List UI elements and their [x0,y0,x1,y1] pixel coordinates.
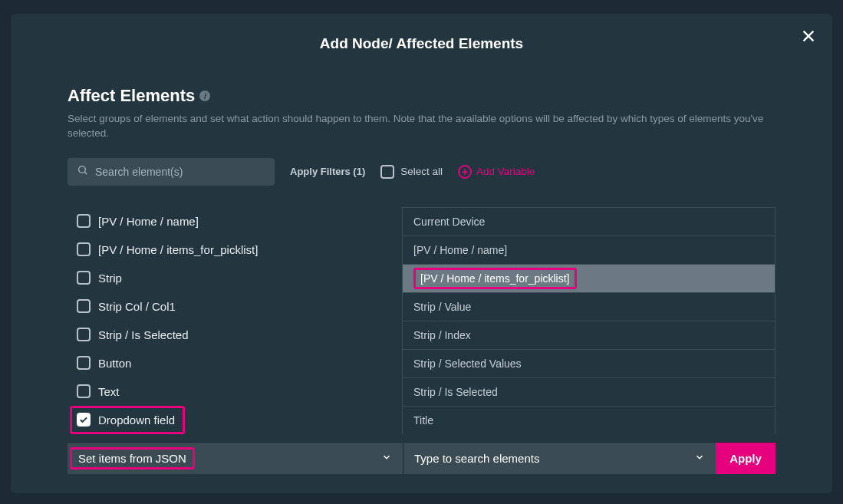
checkbox[interactable] [77,214,91,228]
chevron-down-icon [694,452,705,465]
checkbox[interactable] [77,328,91,341]
checklist-item-label: Dropdown field [98,413,175,427]
select-all-label: Select all [400,166,443,177]
picklist-item[interactable]: Strip / Selected Values [403,350,775,378]
checkbox[interactable] [77,271,91,285]
checklist-item[interactable]: Text [77,377,397,406]
picklist-item[interactable]: Current Device [403,208,775,236]
checkbox[interactable] [77,384,91,398]
section-description: Select groups of elements and set what a… [68,112,775,141]
picklist-item[interactable]: Title [403,407,775,434]
action-search-dropdown[interactable]: Type to search elements [403,443,716,474]
checklist-item[interactable]: Strip [77,264,397,292]
picklist-item-label: Strip / Selected Values [413,357,522,370]
checklist-item[interactable]: Strip / Is Selected [77,321,397,349]
elements-checklist: [PV / Home / name][PV / Home / items_for… [68,207,397,434]
checklist-item-label: Button [98,357,131,370]
checklist-item-label: [PV / Home / name] [98,215,199,228]
search-icon [77,164,89,180]
search-input[interactable] [95,166,265,178]
picklist-item[interactable]: Strip / Is Selected [403,378,775,407]
picklist-item-label: Strip / Index [413,329,471,341]
picklist-item[interactable]: Strip / Index [403,321,775,350]
checkbox[interactable] [77,356,91,370]
checkbox[interactable] [77,299,91,313]
apply-filters-link[interactable]: Apply Filters (1) [290,166,365,177]
section-title: Affect Elements i [68,86,775,106]
checklist-item[interactable]: [PV / Home / name] [77,207,397,236]
picklist-item-label: Strip / Value [413,301,471,313]
checkbox[interactable] [77,242,91,256]
action-search-placeholder: Type to search elements [414,452,539,465]
search-elements-box[interactable] [68,158,275,186]
action-type-dropdown[interactable]: Set items from JSON [68,443,403,474]
picklist-item[interactable]: [PV / Home / name] [403,236,775,265]
chevron-down-icon [381,452,392,465]
section-title-text: Affect Elements [68,86,195,106]
add-variable-button[interactable]: + Add Variable [458,165,535,179]
picklist-item-label: Strip / Is Selected [413,386,498,398]
apply-button[interactable]: Apply [716,443,775,474]
checklist-item-label: Text [98,385,120,398]
close-button[interactable] [800,29,817,46]
picklist-item-label: Title [413,414,433,427]
picklist-item-label: Current Device [413,216,485,228]
add-variable-label: Add Variable [476,166,535,177]
modal-dialog: Add Node/ Affected Elements Affect Eleme… [11,14,832,493]
checkbox[interactable] [77,413,91,427]
checklist-item-label: Strip Col / Col1 [98,300,176,313]
checklist-item[interactable]: Strip Col / Col1 [77,292,397,321]
checklist-item[interactable]: [PV / Home / items_for_picklist] [77,236,397,264]
modal-title: Add Node/ Affected Elements [11,14,832,52]
picklist-item-label: [PV / Home / name] [413,244,507,256]
elements-picklist[interactable]: Current Device[PV / Home / name][PV / Ho… [402,207,775,434]
picklist-item[interactable]: [PV / Home / items_for_picklist] [403,265,775,293]
picklist-item[interactable]: Strip / Value [403,293,775,321]
checklist-item-label: Strip / Is Selected [98,328,189,341]
info-icon[interactable]: i [199,91,210,101]
select-all-checkbox[interactable] [380,165,394,179]
checklist-item-label: Strip [98,272,122,285]
action-dropdown-value: Set items from JSON [70,447,195,469]
picklist-item-label: [PV / Home / items_for_picklist] [413,268,577,289]
close-icon [800,28,817,48]
checklist-item[interactable]: Dropdown field [70,406,185,434]
checklist-item[interactable]: Button [77,349,397,377]
plus-circle-icon: + [458,165,472,179]
checklist-item-label: [PV / Home / items_for_picklist] [98,243,258,256]
svg-point-0 [79,166,86,173]
